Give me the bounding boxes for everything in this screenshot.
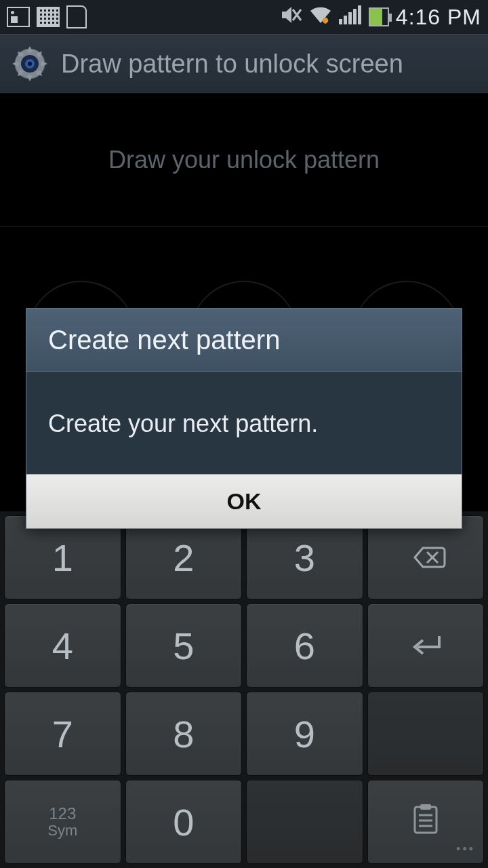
dialog-body: Create your next pattern. — [26, 372, 462, 474]
dialog-header: Create next pattern — [26, 309, 462, 372]
status-right: 4:16 PM — [281, 5, 481, 30]
mute-icon — [281, 5, 302, 29]
status-time: 4:16 PM — [396, 5, 481, 30]
dialog-title: Create next pattern — [48, 325, 280, 355]
key-sym-line1: 123 — [49, 805, 76, 823]
svg-point-11 — [28, 62, 32, 66]
page-title: Draw pattern to unlock screen — [61, 50, 403, 79]
key-4[interactable]: 4 — [4, 604, 121, 688]
svg-rect-5 — [348, 12, 352, 24]
numeric-keypad: 1 2 3 4 5 6 7 8 9 123 Sym 0 — [0, 511, 488, 868]
settings-gear-icon — [11, 45, 49, 83]
clipboard-icon — [411, 800, 441, 844]
dialog: Create next pattern Create your next pat… — [26, 308, 462, 529]
ok-button[interactable]: OK — [26, 475, 462, 528]
instruction-area: Draw your unlock pattern — [0, 94, 488, 226]
svg-rect-4 — [344, 16, 347, 24]
status-bar: 4:16 PM — [0, 0, 488, 34]
key-6[interactable]: 6 — [246, 604, 363, 688]
key-clipboard[interactable]: ••• — [367, 780, 485, 864]
more-dots-icon: ••• — [456, 842, 475, 856]
status-left — [7, 5, 87, 28]
keyboard-notification-icon — [37, 7, 60, 27]
wifi-icon — [309, 5, 332, 29]
instruction-text: Draw your unlock pattern — [108, 146, 380, 174]
key-sym-line2: Sym — [47, 823, 77, 839]
key-9[interactable]: 9 — [246, 692, 363, 776]
svg-rect-6 — [353, 9, 357, 24]
enter-icon — [407, 624, 445, 668]
backspace-icon — [405, 536, 446, 580]
key-blank — [246, 780, 363, 864]
key-enter[interactable] — [367, 604, 485, 688]
key-blank — [367, 692, 485, 776]
svg-rect-3 — [339, 19, 342, 24]
title-bar: Draw pattern to unlock screen — [0, 34, 488, 94]
key-8[interactable]: 8 — [125, 692, 243, 776]
svg-rect-7 — [358, 5, 361, 24]
gallery-icon — [7, 7, 30, 27]
key-sym[interactable]: 123 Sym — [4, 780, 121, 864]
sim-icon — [66, 5, 87, 28]
key-7[interactable]: 7 — [4, 692, 121, 776]
signal-icon — [339, 5, 362, 29]
key-0[interactable]: 0 — [125, 780, 243, 864]
battery-icon — [369, 7, 389, 26]
key-5[interactable]: 5 — [125, 604, 243, 688]
dialog-message: Create your next pattern. — [48, 410, 318, 438]
svg-rect-15 — [420, 804, 431, 810]
dialog-footer: OK — [26, 474, 462, 528]
